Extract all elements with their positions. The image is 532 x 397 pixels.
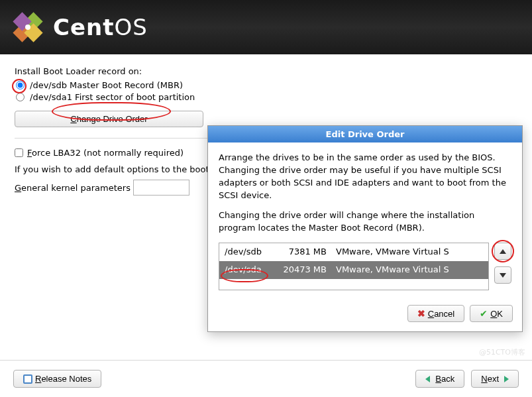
radio-mbr[interactable]: /dev/sdb Master Boot Record (MBR) (15, 80, 517, 90)
radio-first-sector[interactable]: /dev/sda1 First sector of boot partition (15, 92, 517, 102)
radio-first-sector-label: /dev/sda1 First sector of boot partition (30, 92, 195, 102)
change-drive-order-button[interactable]: CChange Drive Orderhange Drive Order (15, 111, 203, 127)
next-button[interactable]: Next (471, 370, 519, 388)
drive-size: 20473 MB (280, 264, 327, 276)
drive-row[interactable]: /dev/sdb 7381 MB VMware, VMware Virtual … (219, 243, 488, 261)
ok-icon: ✔ (480, 308, 488, 319)
radio-first-sector-input[interactable] (16, 93, 25, 101)
drive-desc: VMware, VMware Virtual S (336, 246, 483, 258)
drive-dev: /dev/sda (225, 264, 271, 276)
dialog-para1: Arrange the drives to be in the same ord… (219, 152, 511, 201)
release-notes-button[interactable]: Release Notes (13, 370, 101, 388)
footer: Release Notes Back Next (0, 360, 532, 397)
drive-dev: /dev/sdb (225, 246, 271, 258)
drive-size: 7381 MB (280, 246, 327, 258)
cancel-icon: ✖ (417, 308, 425, 319)
svg-point-4 (25, 25, 30, 30)
watermark: @51CTO博客 (479, 347, 525, 357)
drive-list[interactable]: /dev/sdb 7381 MB VMware, VMware Virtual … (219, 243, 489, 290)
edit-drive-order-dialog: Edit Drive Order Arrange the drives to b… (207, 125, 523, 332)
install-label: Install Boot Loader record on: (15, 66, 517, 76)
ok-button[interactable]: ✔ OK (470, 305, 513, 322)
book-icon (23, 374, 32, 384)
back-button[interactable]: Back (415, 370, 464, 388)
centos-logo (12, 11, 44, 43)
header-banner: CentOS (0, 0, 532, 54)
radio-mbr-input[interactable] (16, 81, 25, 89)
drive-row[interactable]: /dev/sda 20473 MB VMware, VMware Virtual… (219, 261, 488, 279)
move-up-button[interactable] (494, 243, 511, 260)
force-lba-input[interactable] (15, 148, 23, 157)
dialog-title: Edit Drive Order (208, 126, 522, 142)
radio-mbr-label: /dev/sdb Master Boot Record (MBR) (30, 80, 183, 90)
kernel-params-label: General kernel parameters (15, 183, 131, 193)
drive-desc: VMware, VMware Virtual S (336, 264, 483, 276)
move-down-button[interactable] (494, 266, 511, 284)
cancel-button[interactable]: ✖ Cancel (407, 305, 464, 322)
kernel-params-input[interactable] (133, 180, 189, 196)
dialog-para2: Changing the drive order will change whe… (219, 209, 511, 235)
brand-text: CentOS (53, 14, 148, 40)
